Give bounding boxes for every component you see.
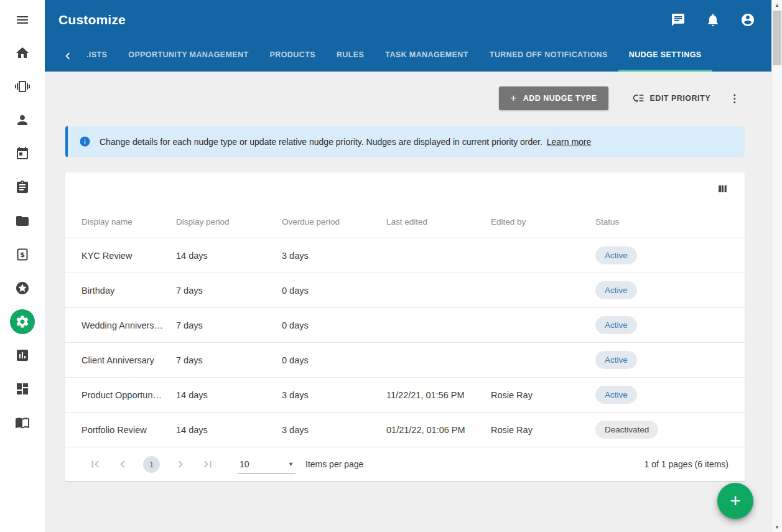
star-icon[interactable] bbox=[0, 271, 45, 305]
header-icons bbox=[671, 12, 755, 27]
menu-icon[interactable] bbox=[0, 6, 45, 34]
scrollbar-thumb[interactable] bbox=[773, 11, 781, 65]
dashboard-icon[interactable] bbox=[0, 372, 45, 406]
prev-page-icon[interactable] bbox=[116, 457, 129, 471]
app-root: $ Customize bbox=[0, 0, 782, 532]
pagination: 1 10 ▼ Items per page 1 of 1 pages (6 it… bbox=[65, 447, 745, 481]
scrollbar[interactable]: ▲ ▼ bbox=[771, 0, 782, 532]
cell-overdue-period: 0 days bbox=[282, 286, 386, 296]
cell-edited-by: Rosie Ray bbox=[491, 390, 595, 400]
cell-last-edited: 11/22/21, 01:56 PM bbox=[386, 390, 491, 400]
table-row[interactable]: Wedding Annivers…7 days0 daysActive bbox=[65, 308, 745, 343]
svg-text:$: $ bbox=[20, 251, 25, 259]
status-badge: Active bbox=[595, 281, 637, 300]
sidebar: $ bbox=[0, 0, 45, 532]
cell-display-period: 7 days bbox=[176, 320, 282, 330]
reports-icon[interactable] bbox=[0, 338, 45, 372]
next-page-icon[interactable] bbox=[174, 457, 187, 471]
banner-text: Change details for each nudge type or up… bbox=[100, 137, 542, 147]
active-icon-highlight bbox=[10, 309, 35, 334]
tasks-icon[interactable] bbox=[0, 170, 45, 204]
scroll-up-icon[interactable]: ▲ bbox=[772, 0, 782, 10]
column-header-display-period[interactable]: Display period bbox=[176, 217, 282, 226]
column-chooser-icon[interactable] bbox=[717, 183, 728, 195]
cell-display-name: Portfolio Review bbox=[81, 425, 176, 435]
cell-status: Active bbox=[595, 316, 728, 335]
page-summary: 1 of 1 pages (6 items) bbox=[645, 459, 728, 469]
column-header-display-name[interactable]: Display name bbox=[81, 217, 176, 226]
kebab-menu-icon[interactable]: ⋮ bbox=[724, 92, 745, 105]
cell-display-period: 14 days bbox=[176, 425, 282, 435]
calendar-icon[interactable] bbox=[0, 137, 45, 170]
column-header-edited-by[interactable]: Edited by bbox=[491, 217, 595, 226]
table-row[interactable]: KYC Review14 days3 daysActive bbox=[65, 238, 745, 273]
scroll-down-icon[interactable]: ▼ bbox=[772, 522, 782, 532]
cell-status: Deactivated bbox=[595, 421, 728, 439]
person-icon[interactable] bbox=[0, 103, 45, 137]
dropdown-arrow-icon: ▼ bbox=[288, 461, 294, 467]
table-row[interactable]: Birthday7 days0 daysActive bbox=[65, 273, 745, 308]
cell-status: Active bbox=[595, 351, 728, 370]
column-header-status[interactable]: Status bbox=[595, 217, 728, 226]
edit-priority-button[interactable]: EDIT PRIORITY bbox=[632, 92, 710, 105]
add-nudge-type-label: ADD NUDGE TYPE bbox=[523, 94, 597, 103]
cell-display-period: 14 days bbox=[176, 251, 282, 261]
status-badge: Active bbox=[595, 351, 637, 370]
nudge-table-card: Display nameDisplay periodOverdue period… bbox=[65, 172, 745, 481]
fab-add-button[interactable]: + bbox=[717, 483, 753, 519]
items-per-page-select[interactable]: 10 ▼ bbox=[238, 455, 296, 474]
table-row[interactable]: Portfolio Review14 days3 days01/21/22, 0… bbox=[65, 413, 745, 447]
settings-gear-icon[interactable] bbox=[0, 305, 45, 338]
tabs-back-icon[interactable] bbox=[61, 40, 75, 72]
plus-icon: + bbox=[510, 95, 516, 101]
cell-overdue-period: 0 days bbox=[282, 320, 386, 330]
table-row[interactable]: Client Anniversary7 days0 daysActive bbox=[65, 343, 745, 378]
page-title: Customize bbox=[58, 12, 126, 27]
tab-rules[interactable]: RULES bbox=[326, 40, 375, 72]
table-header-row: Display nameDisplay periodOverdue period… bbox=[65, 205, 745, 238]
tab-ists[interactable]: .ISTS bbox=[76, 40, 118, 72]
content: + ADD NUDGE TYPE EDIT PRIORITY ⋮ Change … bbox=[45, 72, 771, 532]
cell-status: Active bbox=[595, 281, 728, 300]
home-icon[interactable] bbox=[0, 36, 45, 70]
table-row[interactable]: Product Opportun…14 days3 days11/22/21, … bbox=[65, 378, 745, 413]
cell-display-name: KYC Review bbox=[81, 251, 176, 261]
account-icon[interactable] bbox=[740, 12, 755, 27]
billing-icon[interactable]: $ bbox=[0, 238, 45, 271]
edit-priority-icon bbox=[632, 92, 645, 105]
items-per-page-label: Items per page bbox=[305, 459, 363, 469]
chat-icon[interactable] bbox=[671, 12, 686, 27]
cell-display-period: 14 days bbox=[176, 390, 282, 400]
library-icon[interactable] bbox=[0, 406, 45, 439]
app-header: Customize bbox=[45, 0, 771, 40]
column-header-last-edited[interactable]: Last edited bbox=[386, 217, 491, 226]
tab-nudge-settings[interactable]: NUDGE SETTINGS bbox=[618, 40, 712, 72]
notifications-icon[interactable] bbox=[705, 12, 720, 27]
add-nudge-type-button[interactable]: + ADD NUDGE TYPE bbox=[499, 86, 608, 110]
cell-overdue-period: 0 days bbox=[282, 355, 386, 365]
tab-opportunity-management[interactable]: OPPORTUNITY MANAGEMENT bbox=[118, 40, 259, 72]
vibration-icon[interactable] bbox=[0, 70, 45, 103]
tab-bar-items: .ISTSOPPORTUNITY MANAGEMENTPRODUCTSRULES… bbox=[76, 40, 712, 72]
info-icon bbox=[79, 136, 91, 147]
folder-icon[interactable] bbox=[0, 204, 45, 238]
items-per-page-value: 10 bbox=[240, 459, 249, 469]
info-banner: Change details for each nudge type or up… bbox=[65, 126, 745, 157]
tab-turned-off-notifications[interactable]: TURNED OFF NOTIFICATIONS bbox=[479, 40, 618, 72]
last-page-icon[interactable] bbox=[201, 457, 215, 471]
banner-message: Change details for each nudge type or up… bbox=[100, 137, 591, 147]
first-page-icon[interactable] bbox=[88, 457, 102, 471]
tab-products[interactable]: PRODUCTS bbox=[259, 40, 326, 72]
status-badge: Active bbox=[595, 386, 637, 404]
cell-display-name: Wedding Annivers… bbox=[81, 320, 176, 330]
column-header-overdue-period[interactable]: Overdue period bbox=[282, 217, 386, 226]
cell-last-edited: 01/21/22, 01:06 PM bbox=[386, 425, 491, 435]
cell-display-period: 7 days bbox=[176, 355, 282, 365]
tab-task-management[interactable]: TASK MANAGEMENT bbox=[375, 40, 479, 72]
status-badge: Active bbox=[595, 316, 637, 335]
cell-status: Active bbox=[595, 246, 728, 265]
cell-status: Active bbox=[595, 386, 728, 404]
learn-more-link[interactable]: Learn more bbox=[547, 137, 592, 147]
status-badge: Active bbox=[595, 246, 637, 265]
current-page[interactable]: 1 bbox=[143, 456, 160, 473]
